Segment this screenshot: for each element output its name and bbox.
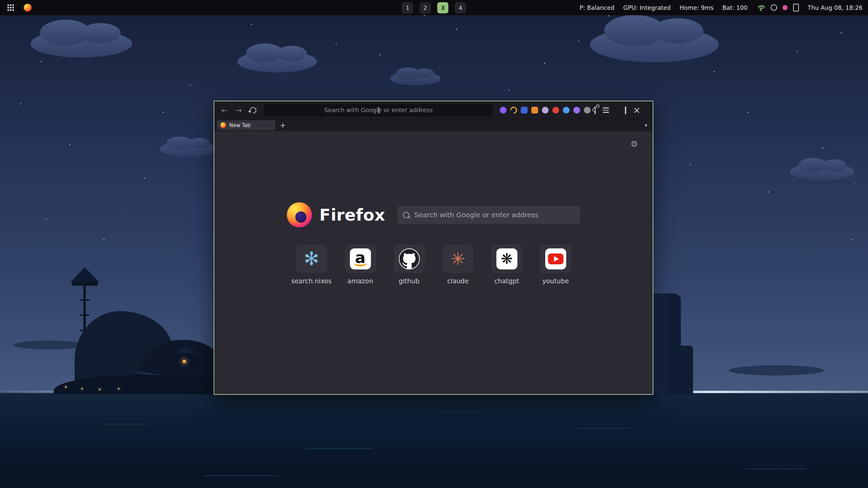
firefox-launcher-icon[interactable]	[22, 3, 33, 13]
cloud	[237, 51, 317, 73]
power-profile-label: P: Balanced	[579, 4, 614, 11]
status-circle-icon[interactable]	[771, 4, 777, 11]
shortcut-label: amazon	[348, 277, 373, 285]
window-controls: ×	[618, 106, 642, 115]
firefox-wordmark: Firefox	[319, 205, 385, 224]
reload-button[interactable]	[247, 104, 259, 116]
workspace-button-3-active[interactable]: 3	[437, 2, 449, 13]
firefox-logo	[287, 202, 312, 227]
device-icon[interactable]	[793, 4, 799, 12]
extension-icon-5[interactable]	[542, 107, 549, 114]
shortcut-label: github	[399, 277, 419, 285]
hamburger-icon	[603, 107, 609, 113]
extension-icon-9[interactable]	[584, 107, 591, 114]
workspace-switcher: 1 2 3 4	[402, 2, 466, 13]
shortcut-label: chatgpt	[494, 277, 519, 285]
chatgpt-knot-icon: ❋	[496, 248, 517, 269]
reload-icon	[249, 106, 258, 115]
workspace-button-2[interactable]: 2	[420, 2, 431, 13]
back-button[interactable]: ←	[218, 104, 231, 116]
cloud	[159, 142, 218, 157]
shortcut-label: search.nixos	[291, 277, 332, 285]
wifi-icon[interactable]	[756, 4, 765, 11]
app-launcher-icon[interactable]	[5, 3, 16, 13]
shortcut-chatgpt[interactable]: ❋ chatgpt	[491, 244, 522, 285]
search-icon	[403, 212, 409, 218]
url-bar[interactable]: Search with Google or enter address	[264, 104, 493, 117]
new-tab-button[interactable]: +	[278, 121, 288, 130]
github-octocat-icon	[399, 248, 420, 269]
topbar-left	[5, 3, 33, 13]
text-caret	[378, 107, 379, 114]
youtube-icon	[545, 248, 566, 269]
personalize-gear-icon[interactable]: ⚙	[630, 139, 638, 149]
cloud	[590, 27, 719, 62]
island-hut	[176, 352, 197, 368]
clock: Thu Aug 08, 18:26	[808, 4, 863, 11]
gpu-status-label: GPU: Integrated	[623, 4, 671, 11]
wave	[203, 475, 278, 476]
tab-title: New Tab	[229, 122, 251, 128]
wave	[305, 448, 373, 449]
extension-icon-2[interactable]	[509, 105, 518, 115]
youtube-play-icon	[548, 253, 564, 264]
wave	[746, 468, 807, 469]
maximize-icon	[625, 106, 626, 114]
workspace-button-1[interactable]: 1	[402, 2, 413, 13]
nixos-snowflake-icon: ✻	[304, 250, 319, 268]
latency-label: Home: 9ms	[679, 4, 713, 11]
new-tab-page: ⚙ Firefox ✻ search.nixos a	[214, 131, 653, 394]
workspace-button-4[interactable]: 4	[455, 2, 466, 13]
extension-icon-8[interactable]	[573, 107, 580, 114]
newtab-search-box[interactable]	[397, 206, 580, 224]
top-status-bar: 1 2 3 4 P: Balanced GPU: Integrated Home…	[0, 0, 868, 15]
sea-stack-rock-small	[679, 346, 693, 394]
tab-new-tab[interactable]: New Tab	[217, 120, 275, 130]
battery-label: Bat: 100	[723, 4, 748, 11]
shortcut-github[interactable]: github	[394, 244, 425, 285]
shortcut-youtube[interactable]: youtube	[540, 244, 571, 285]
forward-button[interactable]: →	[233, 104, 245, 116]
puzzle-icon	[594, 106, 596, 114]
firefox-icon	[24, 4, 32, 12]
cloud-low	[729, 365, 824, 375]
extension-icons	[500, 107, 596, 114]
shortcut-label: claude	[447, 277, 469, 285]
search-input[interactable]	[414, 210, 575, 219]
firefox-favicon-icon	[220, 122, 226, 128]
grid-icon	[7, 4, 14, 11]
amazon-icon: a	[350, 248, 371, 269]
wave	[576, 428, 631, 429]
shortcut-amazon[interactable]: a amazon	[345, 244, 376, 285]
extension-icon-3[interactable]	[521, 107, 528, 114]
list-all-tabs-chevron[interactable]: ▾	[642, 122, 650, 128]
hut-lit-window	[183, 360, 186, 363]
maximize-button[interactable]	[625, 107, 626, 114]
cloud	[390, 72, 441, 85]
extension-icon-1[interactable]	[500, 107, 507, 114]
extension-icon-6[interactable]	[552, 107, 559, 114]
extensions-puzzle-button[interactable]	[594, 107, 596, 114]
amazon-smile-icon	[354, 260, 367, 266]
shortcut-search-nixos[interactable]: ✻ search.nixos	[296, 244, 327, 285]
watchtower-roof	[70, 267, 99, 283]
close-button[interactable]: ×	[633, 106, 640, 115]
shortcut-tiles: ✻ search.nixos a amazon	[214, 244, 653, 285]
cloud	[31, 30, 132, 58]
newtab-hero: Firefox	[214, 202, 653, 227]
island-silhouette	[51, 267, 234, 394]
extension-icon-4[interactable]	[531, 107, 538, 114]
tab-bar: New Tab + ▾	[214, 119, 653, 131]
cloud	[790, 163, 854, 180]
accent-dot-icon[interactable]	[783, 5, 788, 10]
menu-button[interactable]	[600, 104, 612, 116]
firefox-window: ← → Search with Google or enter address …	[214, 101, 653, 395]
claude-starburst-icon: ✳	[451, 250, 466, 268]
extension-icon-7[interactable]	[563, 107, 570, 114]
shortcut-claude[interactable]: ✳ claude	[442, 244, 474, 285]
topbar-right: P: Balanced GPU: Integrated Home: 9ms Ba…	[579, 4, 863, 12]
navigation-toolbar: ← → Search with Google or enter address …	[214, 101, 653, 119]
wave	[441, 412, 481, 412]
shortcut-label: youtube	[542, 277, 569, 285]
status-icons	[756, 4, 799, 12]
